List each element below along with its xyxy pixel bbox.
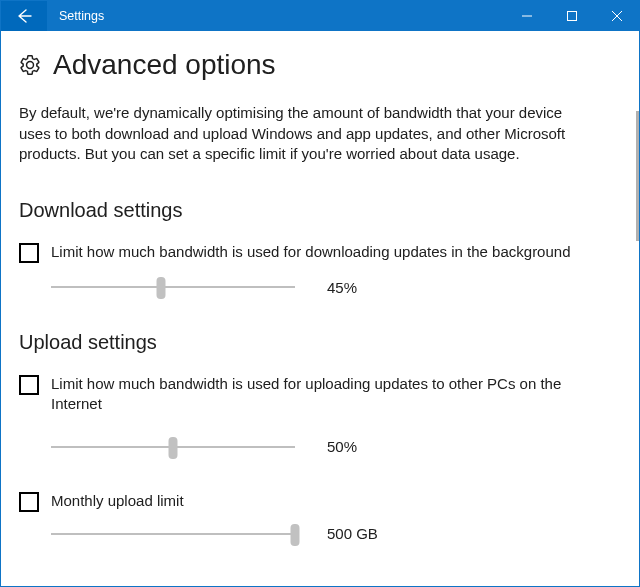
slider-thumb[interactable] [291, 524, 300, 546]
page-header: Advanced options [19, 49, 621, 81]
upload-bandwidth-slider[interactable] [51, 437, 295, 457]
close-button[interactable] [594, 1, 639, 31]
settings-window: Settings Advanced options By default, we… [0, 0, 640, 587]
download-limit-label: Limit how much bandwidth is used for dow… [51, 242, 571, 262]
upload-limit-option: Limit how much bandwidth is used for upl… [19, 374, 621, 415]
monthly-limit-value: 500 GB [327, 525, 387, 542]
upload-bandwidth-value: 50% [327, 438, 387, 455]
maximize-icon [567, 11, 577, 21]
upload-section-heading: Upload settings [19, 331, 621, 354]
monthly-limit-slider[interactable] [51, 524, 295, 544]
slider-thumb[interactable] [156, 277, 165, 299]
arrow-left-icon [15, 7, 33, 25]
upload-limit-label: Limit how much bandwidth is used for upl… [51, 374, 611, 415]
download-bandwidth-slider[interactable] [51, 277, 295, 297]
minimize-icon [522, 11, 532, 21]
titlebar: Settings [1, 1, 639, 31]
download-section-heading: Download settings [19, 199, 621, 222]
content-area: Advanced options By default, we're dynam… [1, 31, 639, 586]
svg-rect-1 [567, 12, 576, 21]
page-description: By default, we're dynamically optimising… [19, 103, 574, 165]
slider-thumb[interactable] [169, 437, 178, 459]
gear-icon [19, 54, 41, 76]
close-icon [612, 11, 622, 21]
back-button[interactable] [1, 1, 47, 31]
download-bandwidth-value: 45% [327, 279, 387, 296]
minimize-button[interactable] [504, 1, 549, 31]
monthly-limit-label: Monthly upload limit [51, 491, 184, 511]
window-controls [504, 1, 639, 31]
monthly-limit-checkbox[interactable] [19, 492, 39, 512]
window-title: Settings [47, 1, 504, 31]
maximize-button[interactable] [549, 1, 594, 31]
scrollbar[interactable] [636, 111, 639, 241]
download-limit-checkbox[interactable] [19, 243, 39, 263]
page-title: Advanced options [53, 49, 276, 81]
monthly-limit-option: Monthly upload limit [19, 491, 621, 512]
download-limit-option: Limit how much bandwidth is used for dow… [19, 242, 621, 263]
upload-limit-checkbox[interactable] [19, 375, 39, 395]
